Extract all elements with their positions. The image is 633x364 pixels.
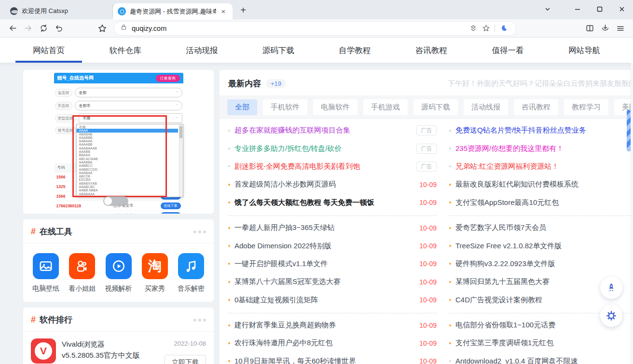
- more-dots-icon[interactable]: [193, 319, 206, 322]
- news-title: 饿了么每天领大额红包教程 每天免费一顿饭: [234, 198, 413, 207]
- news-item[interactable]: 兄弟站:红尘资源网福利资源站！广告: [449, 158, 633, 175]
- news-item[interactable]: 某博第八十六届黑S冠军竞选大赛10-09: [228, 273, 437, 291]
- vivaldi-icon: V: [31, 338, 56, 364]
- news-item[interactable]: 免费送Q钻名片赞/快手抖音粉丝点赞业务广告: [449, 121, 633, 139]
- home-star-icon[interactable]: [95, 21, 110, 36]
- bullet-icon: [449, 184, 451, 186]
- software-title[interactable]: Vivaldi浏览器: [62, 338, 159, 350]
- tool-item-2[interactable]: 看小姐姐: [66, 253, 98, 293]
- news-item[interactable]: 最新改良版彩虹代刷知识付费模板系统10-09: [449, 175, 633, 193]
- category-tab-7[interactable]: 咨讯教程: [514, 99, 558, 115]
- nav-item-4[interactable]: 源码下载: [262, 38, 294, 63]
- news-item[interactable]: 10月9日新闻早讯，每天60秒读懂世界10-09: [228, 352, 437, 364]
- news-item[interactable]: 饿了么每天领大额红包教程 每天免费一顿饭10-09: [228, 194, 437, 212]
- window-close-button[interactable]: [611, 0, 633, 18]
- bullet-icon: [449, 245, 451, 247]
- news-item[interactable]: 首发超级简洁小米步数网页源码10-09: [228, 175, 437, 193]
- news-title: 硬件狗狗v3.2.22.0923单文件版: [455, 259, 633, 269]
- window-minimize-button[interactable]: [566, 0, 589, 18]
- page-scrollbar-track[interactable]: [631, 63, 633, 364]
- tab-close-icon[interactable]: ×: [219, 7, 228, 16]
- news-item[interactable]: TreeSize Free v2.1.0.82单文件版10-09: [449, 237, 633, 255]
- category-tab-5[interactable]: 源码下载: [413, 99, 458, 115]
- more-dots-icon[interactable]: [193, 230, 206, 233]
- extension-layers-icon[interactable]: [467, 22, 480, 35]
- new-tab-button[interactable]: +: [236, 3, 250, 17]
- order-query-button: 订单查询: [156, 75, 180, 82]
- category-tab-6[interactable]: 活动线报: [464, 99, 508, 115]
- news-title: 农行珠海特邀用户必中8元红包: [234, 338, 413, 348]
- news-title: 支付宝第三季度调研领1元红包: [455, 338, 633, 348]
- taobao-icon: 淘: [142, 253, 168, 279]
- nav-item-7[interactable]: 值得一看: [492, 38, 523, 63]
- bullet-icon: [228, 263, 230, 265]
- wallpaper-icon: [33, 253, 59, 279]
- back-to-top-rocket-button[interactable]: [600, 277, 622, 299]
- province-select: 全部ˇ: [75, 88, 182, 97]
- news-title: 一键开启护眼模式v1.1单文件: [234, 259, 413, 269]
- url-text[interactable]: quqizy.com: [132, 25, 467, 32]
- news-date: 10-09: [419, 260, 437, 268]
- phone-table-row: 13276山东 泰安市在线下单: [54, 211, 183, 214]
- tab-search-chevron-icon[interactable]: [537, 0, 559, 18]
- page-scrollbar-thumb[interactable]: [627, 110, 631, 151]
- category-tab-4[interactable]: 手机游戏: [363, 99, 408, 115]
- news-item[interactable]: 硬件狗狗v3.2.22.0923单文件版10-09: [449, 255, 633, 273]
- news-item[interactable]: 剧迷影视-全网免费高清电影美剧看到饱广告: [228, 158, 437, 175]
- news-item[interactable]: Antdownload2_v1.0.4 百度网盘不限速10-08: [449, 352, 633, 364]
- news-item[interactable]: 爱奇艺数字人民币领7天会员10-09: [449, 219, 633, 237]
- news-item[interactable]: 0基础建立短视频引流矩阵10-09: [228, 291, 437, 309]
- news-item[interactable]: 支付宝第三季度调研领1元红包10-09: [449, 334, 633, 352]
- online-tools-card: # 在线工具 电脑壁纸看小姐姐视频解析淘买家秀音乐解密: [23, 219, 214, 302]
- ranking-item-vivaldi[interactable]: V Vivaldi浏览器 v5.5.2805.35官方中文版 ★★★★☆ / 站…: [23, 332, 214, 364]
- tool-item-1[interactable]: 电脑壁纸: [30, 253, 62, 293]
- news-item[interactable]: 一键开启护眼模式v1.1单文件10-09: [228, 255, 437, 273]
- settings-gear-button[interactable]: [600, 305, 622, 327]
- category-tab-2[interactable]: 手机软件: [263, 99, 307, 115]
- news-item[interactable]: 建行财富季集豆兑换商超购物券10-09: [228, 316, 437, 334]
- news-item[interactable]: 超多在家就能赚钱的互联网项目合集广告: [228, 121, 437, 139]
- category-tab-3[interactable]: 电脑软件: [313, 99, 358, 115]
- nav-item-1[interactable]: 网站首页: [33, 38, 65, 63]
- dark-mode-moon-icon[interactable]: [497, 22, 510, 35]
- news-title: 一拳超人新用户抽3~365天绿钻: [234, 223, 413, 232]
- forward-button[interactable]: [20, 21, 36, 36]
- tool-item-5[interactable]: 音乐解密: [175, 253, 207, 293]
- news-item[interactable]: 农行珠海特邀用户必中8元红包10-09: [228, 334, 437, 352]
- nav-item-2[interactable]: 软件仓库: [110, 38, 141, 63]
- tool-label: 视频解析: [105, 284, 132, 293]
- window-maximize-button[interactable]: [589, 0, 611, 18]
- menu-hamburger-icon[interactable]: [613, 21, 628, 36]
- nav-item-6[interactable]: 咨讯教程: [415, 38, 447, 63]
- download-icon[interactable]: [597, 21, 613, 36]
- ad-badge: 广告: [416, 125, 437, 135]
- browser-tab-welcome[interactable]: 欢迎使用 Catsxp: [5, 5, 113, 17]
- nav-item-5[interactable]: 自学教程: [339, 38, 371, 63]
- site-navigation: 网站首页软件仓库活动现报源码下载自学教程咨讯教程值得一看网站导航: [0, 38, 633, 63]
- category-tab-1[interactable]: 全部: [227, 99, 257, 115]
- news-item[interactable]: 一拳超人新用户抽3~365天绿钻10-09: [228, 219, 437, 237]
- tool-item-3[interactable]: 视频解析: [103, 253, 135, 293]
- software-version[interactable]: v5.5.2805.35官方中文版: [62, 350, 159, 361]
- bullet-icon: [228, 299, 230, 301]
- browser-tab-active[interactable]: 趣奇资源网 - 残雪资源网,趣味奇妙 ×: [113, 3, 233, 19]
- news-item[interactable]: 235资源网/你想要的我这里都有！广告: [449, 139, 633, 157]
- download-now-button[interactable]: 立即下载: [165, 355, 206, 364]
- news-item[interactable]: 专业拼多多助力/拆红包/转盘/砍价广告: [228, 139, 437, 157]
- bullet-icon: [228, 281, 230, 283]
- split-view-icon[interactable]: [582, 21, 597, 36]
- address-bar[interactable]: quqizy.com: [114, 21, 516, 36]
- undo-arrow-icon[interactable]: [51, 21, 67, 36]
- news-item[interactable]: Adobe Dimension 2022特别版10-09: [228, 237, 437, 255]
- category-tabs: 全部手机软件电脑软件手机游戏源码下载活动线报咨讯教程教程学习美图分享: [220, 95, 633, 119]
- back-button[interactable]: [5, 21, 20, 36]
- reload-icon[interactable]: [36, 21, 51, 36]
- news-item[interactable]: 支付宝领AppStore最高10元红包10-09: [449, 194, 633, 212]
- news-title: 超多在家就能赚钱的互联网项目合集: [234, 126, 411, 135]
- nav-item-8[interactable]: 网站导航: [568, 38, 600, 63]
- tool-item-4[interactable]: 淘买家秀: [139, 253, 171, 293]
- category-tab-8[interactable]: 教程学习: [564, 99, 608, 115]
- nav-item-3[interactable]: 活动现报: [186, 38, 218, 63]
- bookmark-star-icon[interactable]: [480, 22, 492, 35]
- browser-tab-strip: 欢迎使用 Catsxp 趣奇资源网 - 残雪资源网,趣味奇妙 × +: [0, 0, 633, 19]
